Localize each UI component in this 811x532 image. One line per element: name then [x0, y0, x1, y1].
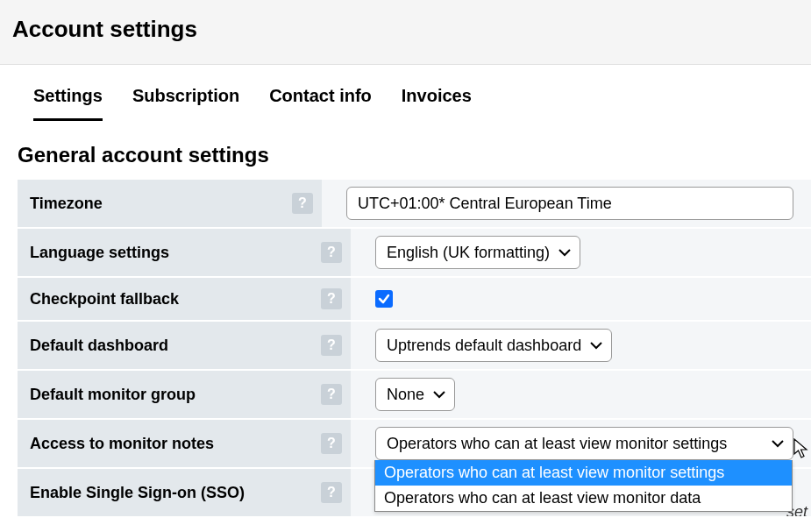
language-select[interactable]: English (UK formatting)	[375, 236, 580, 269]
help-icon[interactable]: ?	[321, 433, 342, 454]
help-icon[interactable]: ?	[321, 288, 342, 309]
chevron-down-icon	[772, 439, 784, 448]
label-dashboard: Default dashboard ?	[18, 322, 351, 369]
tab-settings[interactable]: Settings	[33, 86, 103, 121]
help-icon[interactable]: ?	[321, 384, 342, 405]
tab-contact-info[interactable]: Contact info	[269, 86, 372, 121]
label-checkpoint: Checkpoint fallback ?	[18, 278, 351, 320]
help-icon[interactable]: ?	[321, 335, 342, 356]
dropdown-option[interactable]: Operators who can at least view monitor …	[375, 486, 792, 511]
label-monitor-group: Default monitor group ?	[18, 371, 351, 418]
label-text: Access to monitor notes	[30, 435, 214, 453]
label-language: Language settings ?	[18, 229, 351, 276]
tab-subscription[interactable]: Subscription	[132, 86, 239, 121]
value-language: English (UK formatting)	[351, 229, 811, 276]
label-text: Default monitor group	[30, 386, 196, 404]
label-text: Enable Single Sign-on (SSO)	[30, 484, 245, 502]
label-timezone: Timezone ?	[18, 180, 322, 227]
page-header: Account settings	[0, 0, 811, 65]
select-value: Uptrends default dashboard	[387, 337, 581, 355]
row-notes-access: Access to monitor notes ? Operators who …	[18, 418, 811, 467]
row-dashboard: Default dashboard ? Uptrends default das…	[18, 320, 811, 369]
value-notes-access: Operators who can at least view monitor …	[351, 420, 811, 467]
tabs-bar: Settings Subscription Contact info Invoi…	[0, 65, 811, 122]
chevron-down-icon	[558, 248, 571, 257]
value-checkpoint	[351, 278, 811, 320]
row-timezone: Timezone ?	[18, 178, 811, 227]
dropdown-option[interactable]: Operators who can at least view monitor …	[375, 460, 792, 486]
chevron-down-icon	[433, 390, 445, 399]
timezone-input[interactable]	[346, 187, 793, 220]
notes-access-dropdown: Operators who can at least view monitor …	[374, 460, 793, 512]
value-dashboard: Uptrends default dashboard	[351, 322, 811, 369]
chevron-down-icon	[590, 341, 602, 350]
label-text: Language settings	[30, 244, 169, 262]
settings-table: Timezone ? Language settings ? English (…	[18, 178, 811, 516]
section-title: General account settings	[18, 143, 811, 167]
help-icon[interactable]: ?	[321, 242, 342, 263]
label-text: Checkpoint fallback	[30, 290, 179, 309]
tab-invoices[interactable]: Invoices	[402, 86, 472, 121]
select-value: English (UK formatting)	[387, 244, 550, 262]
label-text: Default dashboard	[30, 337, 168, 355]
row-language: Language settings ? English (UK formatti…	[18, 227, 811, 276]
row-checkpoint: Checkpoint fallback ?	[18, 276, 811, 320]
row-monitor-group: Default monitor group ? None	[18, 369, 811, 418]
page-title: Account settings	[12, 16, 799, 43]
monitor-group-select[interactable]: None	[375, 378, 455, 411]
notes-access-select[interactable]: Operators who can at least view monitor …	[375, 427, 793, 460]
value-monitor-group: None	[351, 371, 811, 418]
label-notes-access: Access to monitor notes ?	[18, 420, 351, 467]
settings-content: General account settings Timezone ? Lang…	[0, 122, 811, 516]
value-timezone	[322, 180, 811, 227]
checkpoint-checkbox[interactable]	[375, 290, 393, 308]
label-sso: Enable Single Sign-on (SSO) ?	[18, 469, 351, 516]
label-text: Timezone	[30, 195, 103, 213]
dashboard-select[interactable]: Uptrends default dashboard	[375, 329, 612, 362]
help-icon[interactable]: ?	[292, 193, 313, 214]
select-value: Operators who can at least view monitor …	[387, 435, 727, 453]
select-value: None	[387, 386, 424, 404]
help-icon[interactable]: ?	[321, 482, 342, 503]
